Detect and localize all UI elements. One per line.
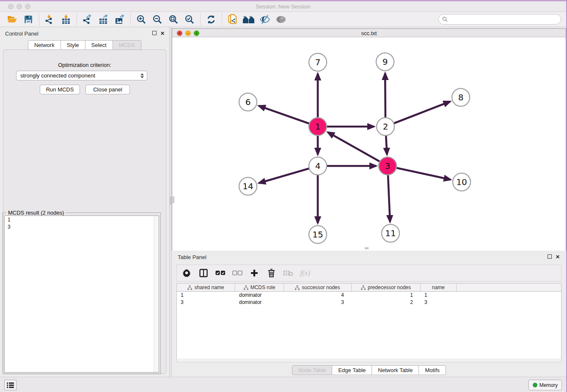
network-vscroll-thumb[interactable] xyxy=(173,196,174,203)
graph-node-1[interactable]: 1 xyxy=(309,118,327,135)
criterion-dropdown[interactable]: strongly connected component xyxy=(16,71,147,80)
table-cell[interactable]: 1 xyxy=(352,292,421,299)
delete-table-icon[interactable] xyxy=(283,268,294,279)
table-cell[interactable]: dominator xyxy=(235,299,284,306)
table-row[interactable]: 1dominator411 xyxy=(177,292,561,299)
search-input[interactable] xyxy=(450,17,561,22)
import-table-icon[interactable] xyxy=(58,13,74,26)
zoom-in-icon[interactable] xyxy=(133,13,149,26)
gear-icon[interactable] xyxy=(181,268,192,279)
function-builder-icon[interactable]: f(x) xyxy=(300,268,311,279)
hide-selected-icon[interactable] xyxy=(257,13,273,26)
clone-network-icon[interactable] xyxy=(225,13,241,26)
table-cell[interactable]: 4 xyxy=(284,292,352,299)
column-header-shared-name[interactable]: shared name xyxy=(177,284,235,291)
close-panel-icon[interactable]: ✕ xyxy=(160,30,165,36)
memory-status-icon xyxy=(533,383,537,387)
result-scrollbar[interactable] xyxy=(154,216,159,372)
table-cell[interactable]: 3 xyxy=(177,299,235,306)
export-network-icon[interactable] xyxy=(80,13,96,26)
graph-node-label: 10 xyxy=(456,177,467,187)
graph-node-label: 7 xyxy=(315,57,321,67)
table-cell[interactable]: 2 xyxy=(352,299,421,306)
network-hscroll-thumb[interactable] xyxy=(365,247,369,249)
memory-button[interactable]: Memory xyxy=(528,380,562,390)
zoom-out-icon[interactable] xyxy=(149,13,165,26)
mcds-result-list[interactable]: 13 xyxy=(4,215,159,373)
column-header-name[interactable]: name xyxy=(421,284,457,291)
column-header-predecessor-nodes[interactable]: predecessor nodes xyxy=(352,284,421,291)
main-toolbar xyxy=(0,12,566,27)
table-toolbar: f(x) xyxy=(176,265,561,282)
graph-edge-3-1[interactable] xyxy=(328,132,388,166)
hide-columns-icon[interactable] xyxy=(232,268,243,279)
graph-node-2[interactable]: 2 xyxy=(377,118,394,135)
graph-node-14[interactable]: 14 xyxy=(239,177,257,195)
close-table-panel-icon[interactable]: ✕ xyxy=(556,254,560,260)
run-mcds-button[interactable]: Run MCDS xyxy=(40,85,80,94)
table-cell[interactable]: 3 xyxy=(284,299,352,306)
graph-node-label: 3 xyxy=(385,161,391,171)
graph-node-10[interactable]: 10 xyxy=(453,173,471,191)
first-neighbors-icon[interactable] xyxy=(241,13,257,26)
open-folder-icon[interactable] xyxy=(4,13,20,26)
node-table: shared nameMCDS rolesuccessor nodesprede… xyxy=(176,283,561,362)
tab-select[interactable]: Select xyxy=(85,40,113,50)
column-header-successor-nodes[interactable]: successor nodes xyxy=(284,284,352,291)
table-cell[interactable]: 3 xyxy=(421,299,457,306)
graph-node-8[interactable]: 8 xyxy=(452,88,470,106)
split-columns-icon[interactable] xyxy=(198,268,209,279)
network-canvas[interactable]: 7968124314101511 xyxy=(172,38,566,251)
float-table-panel-icon[interactable] xyxy=(548,254,552,260)
table-row[interactable]: 3dominator323 xyxy=(177,299,561,306)
graph-node-6[interactable]: 6 xyxy=(239,93,257,111)
table-cell[interactable]: 1 xyxy=(421,292,457,299)
tab-edge-table[interactable]: Edge Table xyxy=(332,365,372,375)
close-panel-button[interactable]: Close panel xyxy=(85,85,130,94)
tab-node-table[interactable]: Node Table xyxy=(292,365,333,375)
graph-node-9[interactable]: 9 xyxy=(376,53,394,71)
table-header-row: shared nameMCDS rolesuccessor nodesprede… xyxy=(177,284,561,292)
column-header-label: successor nodes xyxy=(302,284,340,290)
table-hscroll[interactable] xyxy=(176,359,561,362)
tab-mcds[interactable]: MCDS xyxy=(113,40,141,50)
tab-motifs[interactable]: Motifs xyxy=(419,365,446,375)
graph-node-label: 6 xyxy=(245,97,251,107)
tab-network-table[interactable]: Network Table xyxy=(372,365,419,375)
add-column-icon[interactable] xyxy=(249,268,260,279)
window-title: Session: New Session xyxy=(0,3,566,10)
graph-edge-2-8[interactable] xyxy=(385,102,450,127)
tab-style[interactable]: Style xyxy=(61,40,85,50)
graph-node-15[interactable]: 15 xyxy=(309,226,327,243)
show-columns-icon[interactable] xyxy=(215,268,226,279)
zoom-selected-icon[interactable] xyxy=(182,13,198,26)
table-cell[interactable]: 1 xyxy=(177,292,235,299)
export-image-icon[interactable] xyxy=(112,13,128,26)
graph-node-3[interactable]: 3 xyxy=(379,157,396,175)
dropdown-stepper-icon xyxy=(139,72,145,79)
graph-node-label: 2 xyxy=(383,121,388,132)
tab-network[interactable]: Network xyxy=(28,40,61,50)
divider-grip[interactable] xyxy=(170,196,171,205)
graph-node-11[interactable]: 11 xyxy=(382,224,399,242)
refresh-layout-icon[interactable] xyxy=(203,13,219,26)
network-window-titlebar[interactable]: ✕ − + scc.txt xyxy=(172,29,566,37)
graph-node-4[interactable]: 4 xyxy=(309,157,327,175)
task-history-icon[interactable] xyxy=(4,380,17,390)
search-field[interactable] xyxy=(438,14,561,25)
show-all-icon[interactable] xyxy=(273,13,289,26)
control-panel: Control Panel ✕ NetworkStyleSelectMCDS O… xyxy=(0,27,169,377)
table-cell[interactable]: dominator xyxy=(235,292,284,299)
zoom-fit-icon[interactable] xyxy=(165,13,182,26)
float-panel-icon[interactable] xyxy=(152,30,157,36)
export-table-icon[interactable] xyxy=(96,13,112,26)
graph-edge-3-10[interactable] xyxy=(388,166,451,179)
import-network-icon[interactable] xyxy=(42,13,58,26)
toolbar-separator xyxy=(222,14,222,25)
memory-label: Memory xyxy=(539,382,558,388)
save-icon[interactable] xyxy=(20,13,36,26)
column-header-MCDS-role[interactable]: MCDS role xyxy=(235,284,284,291)
graph-node-7[interactable]: 7 xyxy=(309,53,327,71)
delete-column-icon[interactable] xyxy=(266,268,277,279)
mcds-result-group: MCDS result (2 nodes) 13 xyxy=(3,213,161,374)
